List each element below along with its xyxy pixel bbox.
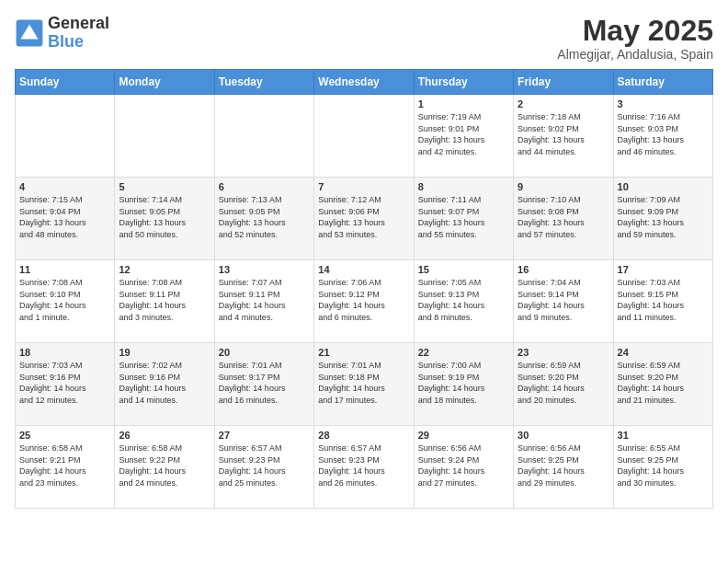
calendar-cell: 31Sunrise: 6:55 AM Sunset: 9:25 PM Dayli… bbox=[613, 426, 712, 509]
logo-icon bbox=[15, 18, 44, 48]
calendar-cell: 15Sunrise: 7:05 AM Sunset: 9:13 PM Dayli… bbox=[414, 260, 513, 343]
weekday-header: Tuesday bbox=[214, 70, 313, 95]
day-number: 12 bbox=[119, 264, 210, 275]
day-info: Sunrise: 7:03 AM Sunset: 9:15 PM Dayligh… bbox=[618, 277, 709, 323]
calendar-body: 1Sunrise: 7:19 AM Sunset: 9:01 PM Daylig… bbox=[16, 95, 713, 509]
weekday-header: Thursday bbox=[414, 70, 513, 95]
day-info: Sunrise: 7:01 AM Sunset: 9:18 PM Dayligh… bbox=[318, 360, 409, 406]
calendar-cell: 9Sunrise: 7:10 AM Sunset: 9:08 PM Daylig… bbox=[514, 178, 613, 260]
day-number: 25 bbox=[19, 430, 110, 441]
day-info: Sunrise: 6:56 AM Sunset: 9:25 PM Dayligh… bbox=[518, 442, 609, 488]
day-number: 14 bbox=[318, 264, 409, 275]
day-number: 10 bbox=[618, 181, 709, 192]
location-subtitle: Almegijar, Andalusia, Spain bbox=[557, 47, 713, 62]
page-header: General Blue May 2025 Almegijar, Andalus… bbox=[15, 15, 713, 62]
weekday-header: Saturday bbox=[613, 70, 712, 95]
day-number: 6 bbox=[219, 181, 310, 192]
calendar-cell: 12Sunrise: 7:08 AM Sunset: 9:11 PM Dayli… bbox=[115, 260, 214, 343]
title-block: May 2025 Almegijar, Andalusia, Spain bbox=[557, 15, 713, 62]
calendar-cell: 3Sunrise: 7:16 AM Sunset: 9:03 PM Daylig… bbox=[613, 95, 712, 178]
day-info: Sunrise: 6:59 AM Sunset: 9:20 PM Dayligh… bbox=[518, 360, 609, 406]
calendar-cell: 21Sunrise: 7:01 AM Sunset: 9:18 PM Dayli… bbox=[314, 343, 414, 426]
day-number: 22 bbox=[418, 347, 509, 358]
day-number: 17 bbox=[618, 264, 709, 275]
calendar-cell: 13Sunrise: 7:07 AM Sunset: 9:11 PM Dayli… bbox=[214, 260, 313, 343]
day-info: Sunrise: 6:58 AM Sunset: 9:21 PM Dayligh… bbox=[19, 442, 110, 488]
day-number: 24 bbox=[618, 347, 709, 358]
calendar-cell: 16Sunrise: 7:04 AM Sunset: 9:14 PM Dayli… bbox=[514, 260, 613, 343]
calendar-cell bbox=[16, 95, 115, 178]
day-number: 19 bbox=[119, 347, 210, 358]
day-info: Sunrise: 7:05 AM Sunset: 9:13 PM Dayligh… bbox=[418, 277, 509, 323]
day-info: Sunrise: 7:19 AM Sunset: 9:01 PM Dayligh… bbox=[418, 111, 509, 157]
calendar-week-row: 18Sunrise: 7:03 AM Sunset: 9:16 PM Dayli… bbox=[16, 343, 713, 426]
day-info: Sunrise: 6:57 AM Sunset: 9:23 PM Dayligh… bbox=[318, 442, 409, 488]
day-info: Sunrise: 7:14 AM Sunset: 9:05 PM Dayligh… bbox=[119, 194, 210, 240]
day-info: Sunrise: 7:15 AM Sunset: 9:04 PM Dayligh… bbox=[19, 194, 110, 240]
day-number: 15 bbox=[418, 264, 509, 275]
day-info: Sunrise: 7:03 AM Sunset: 9:16 PM Dayligh… bbox=[19, 360, 110, 406]
calendar-cell: 11Sunrise: 7:08 AM Sunset: 9:10 PM Dayli… bbox=[16, 260, 115, 343]
day-number: 13 bbox=[219, 264, 310, 275]
logo: General Blue bbox=[15, 15, 109, 52]
calendar-table: SundayMondayTuesdayWednesdayThursdayFrid… bbox=[15, 69, 713, 509]
day-number: 4 bbox=[19, 181, 110, 192]
day-number: 30 bbox=[518, 430, 609, 441]
day-number: 18 bbox=[19, 347, 110, 358]
calendar-week-row: 11Sunrise: 7:08 AM Sunset: 9:10 PM Dayli… bbox=[16, 260, 713, 343]
day-number: 8 bbox=[418, 181, 509, 192]
day-number: 20 bbox=[219, 347, 310, 358]
calendar-cell: 14Sunrise: 7:06 AM Sunset: 9:12 PM Dayli… bbox=[314, 260, 414, 343]
day-number: 7 bbox=[318, 181, 409, 192]
day-number: 11 bbox=[19, 264, 110, 275]
day-info: Sunrise: 7:12 AM Sunset: 9:06 PM Dayligh… bbox=[318, 194, 409, 240]
day-info: Sunrise: 6:56 AM Sunset: 9:24 PM Dayligh… bbox=[418, 442, 509, 488]
calendar-cell: 18Sunrise: 7:03 AM Sunset: 9:16 PM Dayli… bbox=[16, 343, 115, 426]
day-info: Sunrise: 7:08 AM Sunset: 9:10 PM Dayligh… bbox=[19, 277, 110, 323]
calendar-cell: 7Sunrise: 7:12 AM Sunset: 9:06 PM Daylig… bbox=[314, 178, 414, 260]
day-info: Sunrise: 7:07 AM Sunset: 9:11 PM Dayligh… bbox=[219, 277, 310, 323]
calendar-cell: 17Sunrise: 7:03 AM Sunset: 9:15 PM Dayli… bbox=[613, 260, 712, 343]
day-number: 9 bbox=[518, 181, 609, 192]
day-info: Sunrise: 6:55 AM Sunset: 9:25 PM Dayligh… bbox=[618, 442, 709, 488]
calendar-cell: 8Sunrise: 7:11 AM Sunset: 9:07 PM Daylig… bbox=[414, 178, 513, 260]
calendar-cell: 20Sunrise: 7:01 AM Sunset: 9:17 PM Dayli… bbox=[214, 343, 313, 426]
calendar-week-row: 4Sunrise: 7:15 AM Sunset: 9:04 PM Daylig… bbox=[16, 178, 713, 260]
day-number: 1 bbox=[418, 98, 509, 109]
calendar-cell: 5Sunrise: 7:14 AM Sunset: 9:05 PM Daylig… bbox=[115, 178, 214, 260]
day-number: 26 bbox=[119, 430, 210, 441]
calendar-cell: 23Sunrise: 6:59 AM Sunset: 9:20 PM Dayli… bbox=[514, 343, 613, 426]
day-number: 28 bbox=[318, 430, 409, 441]
calendar-cell: 10Sunrise: 7:09 AM Sunset: 9:09 PM Dayli… bbox=[613, 178, 712, 260]
month-title: May 2025 bbox=[557, 15, 713, 47]
day-info: Sunrise: 7:11 AM Sunset: 9:07 PM Dayligh… bbox=[418, 194, 509, 240]
day-number: 29 bbox=[418, 430, 509, 441]
calendar-cell bbox=[115, 95, 214, 178]
day-info: Sunrise: 7:01 AM Sunset: 9:17 PM Dayligh… bbox=[219, 360, 310, 406]
day-info: Sunrise: 7:04 AM Sunset: 9:14 PM Dayligh… bbox=[518, 277, 609, 323]
calendar-cell bbox=[214, 95, 313, 178]
day-info: Sunrise: 6:58 AM Sunset: 9:22 PM Dayligh… bbox=[119, 442, 210, 488]
day-number: 2 bbox=[518, 98, 609, 109]
calendar-cell: 26Sunrise: 6:58 AM Sunset: 9:22 PM Dayli… bbox=[115, 426, 214, 509]
calendar-cell: 25Sunrise: 6:58 AM Sunset: 9:21 PM Dayli… bbox=[16, 426, 115, 509]
calendar-cell: 29Sunrise: 6:56 AM Sunset: 9:24 PM Dayli… bbox=[414, 426, 513, 509]
calendar-cell bbox=[314, 95, 414, 178]
day-number: 31 bbox=[618, 430, 709, 441]
calendar-cell: 4Sunrise: 7:15 AM Sunset: 9:04 PM Daylig… bbox=[16, 178, 115, 260]
calendar-header-row: SundayMondayTuesdayWednesdayThursdayFrid… bbox=[16, 70, 713, 95]
day-number: 23 bbox=[518, 347, 609, 358]
day-number: 27 bbox=[219, 430, 310, 441]
weekday-header: Monday bbox=[115, 70, 214, 95]
calendar-cell: 30Sunrise: 6:56 AM Sunset: 9:25 PM Dayli… bbox=[514, 426, 613, 509]
day-info: Sunrise: 7:18 AM Sunset: 9:02 PM Dayligh… bbox=[518, 111, 609, 157]
day-info: Sunrise: 7:10 AM Sunset: 9:08 PM Dayligh… bbox=[518, 194, 609, 240]
day-number: 3 bbox=[618, 98, 709, 109]
day-info: Sunrise: 7:08 AM Sunset: 9:11 PM Dayligh… bbox=[119, 277, 210, 323]
calendar-cell: 22Sunrise: 7:00 AM Sunset: 9:19 PM Dayli… bbox=[414, 343, 513, 426]
calendar-cell: 1Sunrise: 7:19 AM Sunset: 9:01 PM Daylig… bbox=[414, 95, 513, 178]
logo-text: General Blue bbox=[48, 15, 109, 52]
calendar-cell: 19Sunrise: 7:02 AM Sunset: 9:16 PM Dayli… bbox=[115, 343, 214, 426]
day-number: 21 bbox=[318, 347, 409, 358]
calendar-week-row: 25Sunrise: 6:58 AM Sunset: 9:21 PM Dayli… bbox=[16, 426, 713, 509]
